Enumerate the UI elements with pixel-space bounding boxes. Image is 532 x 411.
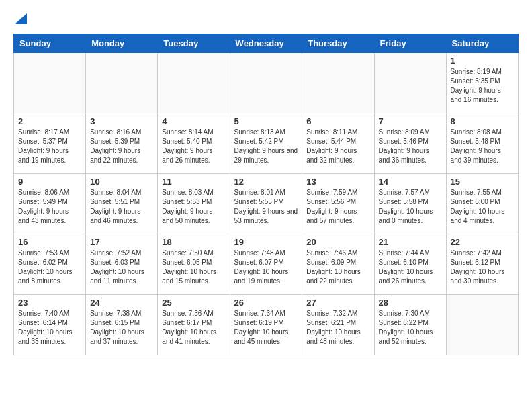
day-number: 9 <box>18 177 81 187</box>
day-info: Sunrise: 7:38 AM Sunset: 6:15 PM Dayligh… <box>90 309 153 347</box>
day-info: Sunrise: 7:36 AM Sunset: 6:17 PM Dayligh… <box>162 309 225 347</box>
calendar-cell <box>374 53 446 113</box>
day-info: Sunrise: 8:04 AM Sunset: 5:51 PM Dayligh… <box>90 188 153 226</box>
calendar-cell: 23Sunrise: 7:40 AM Sunset: 6:14 PM Dayli… <box>14 295 86 355</box>
calendar-cell: 27Sunrise: 7:32 AM Sunset: 6:21 PM Dayli… <box>302 295 374 355</box>
calendar-cell: 10Sunrise: 8:04 AM Sunset: 5:51 PM Dayli… <box>86 174 158 234</box>
day-info: Sunrise: 8:09 AM Sunset: 5:46 PM Dayligh… <box>379 128 442 165</box>
calendar-cell: 4Sunrise: 8:14 AM Sunset: 5:40 PM Daylig… <box>158 113 230 174</box>
day-number: 8 <box>451 116 514 126</box>
day-info: Sunrise: 7:52 AM Sunset: 6:03 PM Dayligh… <box>90 248 153 286</box>
day-info: Sunrise: 7:34 AM Sunset: 6:19 PM Dayligh… <box>234 309 298 347</box>
calendar-cell: 7Sunrise: 8:09 AM Sunset: 5:46 PM Daylig… <box>374 113 446 174</box>
calendar-cell: 18Sunrise: 7:50 AM Sunset: 6:05 PM Dayli… <box>158 234 230 295</box>
week-row-5: 23Sunrise: 7:40 AM Sunset: 6:14 PM Dayli… <box>14 295 519 355</box>
day-info: Sunrise: 7:50 AM Sunset: 6:05 PM Dayligh… <box>162 248 225 286</box>
calendar-cell <box>14 53 86 113</box>
calendar-cell: 19Sunrise: 7:48 AM Sunset: 6:07 PM Dayli… <box>230 234 302 295</box>
calendar-cell: 20Sunrise: 7:46 AM Sunset: 6:09 PM Dayli… <box>302 234 374 295</box>
calendar-cell: 22Sunrise: 7:42 AM Sunset: 6:12 PM Dayli… <box>446 234 518 295</box>
calendar-cell: 15Sunrise: 7:55 AM Sunset: 6:00 PM Dayli… <box>446 174 518 234</box>
day-number: 21 <box>379 237 442 247</box>
calendar-cell: 14Sunrise: 7:57 AM Sunset: 5:58 PM Dayli… <box>374 174 446 234</box>
calendar-cell <box>158 53 230 113</box>
col-header-wednesday: Wednesday <box>230 34 302 53</box>
col-header-tuesday: Tuesday <box>158 34 230 53</box>
day-info: Sunrise: 7:46 AM Sunset: 6:09 PM Dayligh… <box>306 248 369 286</box>
day-info: Sunrise: 8:11 AM Sunset: 5:44 PM Dayligh… <box>306 128 369 165</box>
day-number: 5 <box>234 116 298 126</box>
col-header-monday: Monday <box>86 34 158 53</box>
day-info: Sunrise: 8:13 AM Sunset: 5:42 PM Dayligh… <box>234 128 298 165</box>
calendar-cell: 26Sunrise: 7:34 AM Sunset: 6:19 PM Dayli… <box>230 295 302 355</box>
col-header-sunday: Sunday <box>14 34 86 53</box>
calendar-cell: 9Sunrise: 8:06 AM Sunset: 5:49 PM Daylig… <box>14 174 86 234</box>
day-info: Sunrise: 7:57 AM Sunset: 5:58 PM Dayligh… <box>379 188 442 226</box>
day-info: Sunrise: 7:48 AM Sunset: 6:07 PM Dayligh… <box>234 248 298 286</box>
day-info: Sunrise: 7:30 AM Sunset: 6:22 PM Dayligh… <box>379 309 442 347</box>
day-info: Sunrise: 8:17 AM Sunset: 5:37 PM Dayligh… <box>18 128 81 165</box>
day-number: 16 <box>18 237 81 247</box>
day-number: 17 <box>90 237 153 247</box>
day-number: 25 <box>162 298 225 308</box>
day-info: Sunrise: 8:14 AM Sunset: 5:40 PM Dayligh… <box>162 128 225 165</box>
calendar-cell: 3Sunrise: 8:16 AM Sunset: 5:39 PM Daylig… <box>86 113 158 174</box>
week-row-3: 9Sunrise: 8:06 AM Sunset: 5:49 PM Daylig… <box>14 174 519 234</box>
day-number: 7 <box>379 116 442 126</box>
week-row-1: 1Sunrise: 8:19 AM Sunset: 5:35 PM Daylig… <box>14 53 519 113</box>
day-info: Sunrise: 7:59 AM Sunset: 5:56 PM Dayligh… <box>306 188 369 226</box>
logo-triangle-icon <box>15 13 27 24</box>
day-number: 2 <box>18 116 81 126</box>
col-header-thursday: Thursday <box>302 34 374 53</box>
calendar-cell <box>302 53 374 113</box>
day-number: 13 <box>306 177 369 187</box>
calendar-cell: 6Sunrise: 8:11 AM Sunset: 5:44 PM Daylig… <box>302 113 374 174</box>
calendar-cell <box>446 295 518 355</box>
page-header <box>13 13 519 27</box>
day-number: 18 <box>162 237 225 247</box>
calendar-cell: 12Sunrise: 8:01 AM Sunset: 5:55 PM Dayli… <box>230 174 302 234</box>
day-number: 27 <box>306 298 369 308</box>
day-info: Sunrise: 8:08 AM Sunset: 5:48 PM Dayligh… <box>451 128 514 165</box>
calendar-cell: 16Sunrise: 7:53 AM Sunset: 6:02 PM Dayli… <box>14 234 86 295</box>
day-info: Sunrise: 7:42 AM Sunset: 6:12 PM Dayligh… <box>451 248 514 286</box>
day-info: Sunrise: 8:01 AM Sunset: 5:55 PM Dayligh… <box>234 188 298 226</box>
calendar-cell: 5Sunrise: 8:13 AM Sunset: 5:42 PM Daylig… <box>230 113 302 174</box>
day-info: Sunrise: 7:32 AM Sunset: 6:21 PM Dayligh… <box>306 309 369 347</box>
week-row-2: 2Sunrise: 8:17 AM Sunset: 5:37 PM Daylig… <box>14 113 519 174</box>
week-row-4: 16Sunrise: 7:53 AM Sunset: 6:02 PM Dayli… <box>14 234 519 295</box>
logo <box>13 13 27 27</box>
day-info: Sunrise: 8:19 AM Sunset: 5:35 PM Dayligh… <box>451 67 514 105</box>
day-info: Sunrise: 8:16 AM Sunset: 5:39 PM Dayligh… <box>90 128 153 165</box>
calendar-cell: 24Sunrise: 7:38 AM Sunset: 6:15 PM Dayli… <box>86 295 158 355</box>
day-number: 23 <box>18 298 81 308</box>
calendar-cell: 21Sunrise: 7:44 AM Sunset: 6:10 PM Dayli… <box>374 234 446 295</box>
day-number: 26 <box>234 298 298 308</box>
calendar-cell: 8Sunrise: 8:08 AM Sunset: 5:48 PM Daylig… <box>446 113 518 174</box>
day-number: 28 <box>379 298 442 308</box>
day-info: Sunrise: 8:03 AM Sunset: 5:53 PM Dayligh… <box>162 188 225 226</box>
calendar-cell: 25Sunrise: 7:36 AM Sunset: 6:17 PM Dayli… <box>158 295 230 355</box>
day-number: 22 <box>451 237 514 247</box>
calendar-table: SundayMondayTuesdayWednesdayThursdayFrid… <box>13 34 519 355</box>
svg-marker-0 <box>15 13 27 24</box>
day-number: 12 <box>234 177 298 187</box>
day-info: Sunrise: 7:55 AM Sunset: 6:00 PM Dayligh… <box>451 188 514 226</box>
calendar-cell: 17Sunrise: 7:52 AM Sunset: 6:03 PM Dayli… <box>86 234 158 295</box>
calendar-header-row: SundayMondayTuesdayWednesdayThursdayFrid… <box>14 34 519 53</box>
day-number: 11 <box>162 177 225 187</box>
calendar-cell <box>230 53 302 113</box>
calendar-cell: 28Sunrise: 7:30 AM Sunset: 6:22 PM Dayli… <box>374 295 446 355</box>
calendar-cell: 13Sunrise: 7:59 AM Sunset: 5:56 PM Dayli… <box>302 174 374 234</box>
day-number: 10 <box>90 177 153 187</box>
day-number: 14 <box>379 177 442 187</box>
day-number: 4 <box>162 116 225 126</box>
day-number: 19 <box>234 237 298 247</box>
calendar-cell: 2Sunrise: 8:17 AM Sunset: 5:37 PM Daylig… <box>14 113 86 174</box>
calendar-cell <box>86 53 158 113</box>
day-number: 3 <box>90 116 153 126</box>
calendar-cell: 11Sunrise: 8:03 AM Sunset: 5:53 PM Dayli… <box>158 174 230 234</box>
calendar-cell: 1Sunrise: 8:19 AM Sunset: 5:35 PM Daylig… <box>446 53 518 113</box>
col-header-friday: Friday <box>374 34 446 53</box>
day-number: 20 <box>306 237 369 247</box>
